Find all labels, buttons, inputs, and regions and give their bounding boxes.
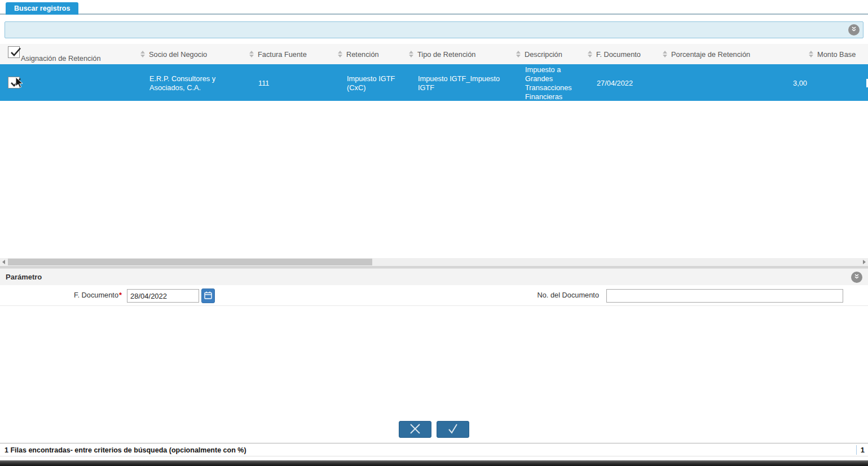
column-header-descripcion[interactable]: Descripción bbox=[515, 44, 587, 64]
confirm-button[interactable] bbox=[437, 421, 469, 438]
column-label: Asignación de Retención bbox=[21, 54, 101, 63]
page-indicator: 1 bbox=[861, 446, 865, 454]
column-header-porcentaje-de-retencion[interactable]: Porcentaje de Retención bbox=[662, 44, 808, 64]
column-header-socio-del-negocio[interactable]: Socio del Negocio bbox=[140, 44, 249, 64]
column-header-tipo-de-retencion[interactable]: Tipo de Retención bbox=[408, 44, 515, 64]
footer-bar bbox=[0, 460, 868, 466]
column-header-asignacion-de-retencion: Asignación de Retención bbox=[0, 44, 140, 64]
column-label: Monto Base bbox=[817, 50, 856, 59]
parametro-header: Parámetro bbox=[0, 268, 868, 285]
parametro-fields-row: F. Documento* No. del Documento bbox=[0, 285, 868, 306]
scrollbar-thumb[interactable] bbox=[8, 259, 372, 265]
no-del-documento-input[interactable] bbox=[606, 289, 843, 303]
collapse-parametro-button[interactable] bbox=[851, 272, 862, 283]
checkmark-icon bbox=[9, 46, 23, 59]
horizontal-scrollbar[interactable] bbox=[0, 258, 868, 266]
select-all-checkbox[interactable] bbox=[8, 46, 20, 58]
cell-asignacion-checkbox bbox=[0, 65, 140, 101]
cancel-button[interactable] bbox=[399, 421, 431, 438]
cell-monto-base bbox=[808, 65, 868, 101]
column-label: Factura Fuente bbox=[258, 50, 307, 59]
search-panel bbox=[5, 21, 863, 38]
cell-socio-del-negocio: E.R.P. Consultores y Asociados, C.A. bbox=[140, 65, 249, 101]
column-header-monto-base[interactable]: Monto Base bbox=[808, 44, 868, 64]
column-label: Socio del Negocio bbox=[149, 50, 207, 59]
double-chevron-down-icon bbox=[853, 273, 860, 282]
column-label: Porcentaje de Retención bbox=[671, 50, 750, 59]
calendar-icon bbox=[204, 291, 213, 301]
cell-porcentaje-de-retencion: 3,00 bbox=[662, 65, 808, 101]
status-message: 1 Filas encontradas- entre criterios de … bbox=[5, 446, 246, 454]
cell-tipo-de-retencion: Impuesto IGTF_Impuesto IGTF bbox=[408, 65, 515, 101]
right-triangle-icon bbox=[863, 260, 866, 264]
f-documento-label: F. Documento* bbox=[0, 291, 122, 299]
column-header-retencion[interactable]: Retención bbox=[337, 44, 408, 64]
collapse-search-button[interactable] bbox=[848, 24, 860, 35]
cell-factura-fuente: 111 bbox=[249, 65, 337, 101]
column-label: Retención bbox=[346, 50, 379, 59]
left-triangle-icon bbox=[2, 260, 5, 264]
sort-icon bbox=[408, 51, 413, 57]
sort-icon bbox=[587, 51, 592, 57]
sort-icon bbox=[337, 51, 342, 57]
status-bar: 1 Filas encontradas- entre criterios de … bbox=[0, 443, 868, 456]
buscar-registros-window: Buscar registros Asignación de Retención bbox=[0, 0, 868, 466]
column-header-factura-fuente[interactable]: Factura Fuente bbox=[249, 44, 337, 64]
tab-buscar-registros[interactable]: Buscar registros bbox=[6, 2, 78, 15]
double-chevron-down-icon bbox=[851, 26, 857, 34]
tab-bar: Buscar registros bbox=[0, 0, 868, 15]
sort-icon bbox=[515, 51, 521, 57]
column-label: Tipo de Retención bbox=[417, 50, 475, 59]
cell-descripcion: Impuesto a Grandes Transacciones Financi… bbox=[515, 65, 587, 101]
required-marker: * bbox=[119, 291, 122, 299]
cell-f-documento: 27/04/2022 bbox=[587, 65, 662, 101]
table-row[interactable]: E.R.P. Consultores y Asociados, C.A. 111… bbox=[0, 65, 868, 101]
sort-icon bbox=[808, 51, 813, 57]
calendar-button[interactable] bbox=[201, 289, 215, 303]
sort-icon bbox=[249, 51, 254, 57]
column-header-f-documento[interactable]: F. Documento bbox=[587, 44, 662, 64]
scroll-left-arrow[interactable] bbox=[0, 258, 7, 266]
cell-retencion: Impuesto IGTF (CxC) bbox=[337, 65, 408, 101]
scroll-right-arrow[interactable] bbox=[861, 258, 868, 266]
tab-label: Buscar registros bbox=[14, 5, 70, 12]
cancel-x-icon bbox=[409, 423, 421, 437]
confirm-check-icon bbox=[447, 423, 459, 437]
page-separator bbox=[856, 445, 857, 455]
table-header: Asignación de Retención Socio del Negoci… bbox=[0, 44, 868, 65]
sort-icon bbox=[140, 51, 145, 57]
column-label: Descripción bbox=[525, 50, 562, 59]
column-label: F. Documento bbox=[596, 50, 641, 59]
parametro-title: Parámetro bbox=[6, 273, 42, 281]
search-input[interactable] bbox=[7, 23, 846, 37]
f-documento-input[interactable] bbox=[127, 289, 199, 303]
row-checkbox[interactable] bbox=[8, 77, 20, 88]
no-del-documento-label: No. del Documento bbox=[525, 291, 599, 299]
checkmark-icon bbox=[9, 76, 23, 90]
action-buttons bbox=[0, 421, 868, 438]
sort-icon bbox=[662, 51, 667, 57]
